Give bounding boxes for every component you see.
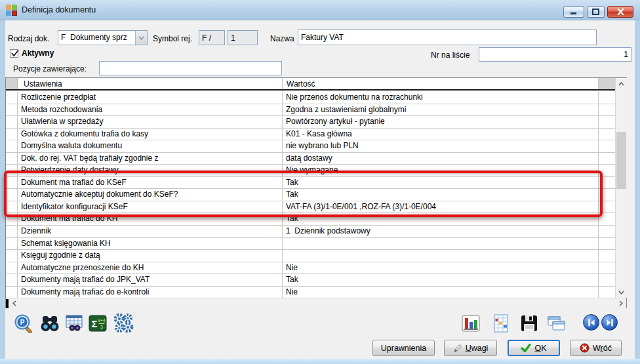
symbol-number-field[interactable]: [228, 30, 258, 45]
table-row[interactable]: Rozliczenie przedpłatNie przenoś dokumen…: [6, 92, 616, 104]
gutter-cell: [599, 140, 616, 152]
row-header-cell: [6, 238, 18, 250]
value-cell: nie wybrano lub PLN: [283, 140, 599, 152]
table-row[interactable]: Księguj zgodnie z datą: [6, 250, 616, 262]
close-button[interactable]: [607, 6, 633, 18]
minimize-icon: [570, 9, 578, 15]
table-row[interactable]: Dokument ma trafiać do KSeFTak: [6, 177, 616, 190]
pozycje-label: Pozycje zawierające:: [13, 64, 87, 73]
first-record-button[interactable]: [583, 314, 599, 331]
scroll-left-icon[interactable]: [9, 298, 20, 308]
setting-cell: Dokument ma trafiać do KH: [18, 213, 283, 225]
gutter-cell: [599, 177, 616, 189]
header-gutter-cell: [599, 78, 616, 89]
row-header-cell: [6, 262, 18, 274]
gutter-cell: [599, 213, 616, 225]
uprawnienia-button[interactable]: Uprawnienia: [372, 340, 435, 356]
value-cell: K01 - Kasa główna: [283, 129, 599, 140]
setting-cell: Automatyczne przenoszenie do KH: [18, 262, 283, 274]
setting-cell: Dokumenty mają trafiać do JPK_VAT: [18, 274, 283, 286]
value-cell: Nie wymagane: [283, 165, 599, 176]
value-cell: 1 Dziennik podstawowy: [283, 226, 599, 237]
value-cell: Tak: [283, 274, 599, 286]
red-cancel-icon: [580, 343, 590, 353]
table-row[interactable]: Ułatwienia w sprzedażyPowtórzony artykuł…: [6, 116, 616, 129]
spreadsheet-export-icon: [492, 313, 510, 333]
table-row[interactable]: Automatyczne przenoszenie do KHNie: [6, 262, 616, 275]
table-search-icon: [64, 313, 84, 333]
value-cell: Zgodna z ustawieniami globalnymi: [283, 104, 599, 116]
gutter-cell: [599, 116, 616, 128]
pozycje-input[interactable]: [99, 61, 282, 75]
table-row[interactable]: Dziennik1 Dziennik podstawowy: [6, 226, 616, 238]
search-button[interactable]: [39, 313, 60, 334]
row-header-cell: [6, 92, 18, 104]
scroll-down-icon[interactable]: [616, 287, 627, 298]
table-row[interactable]: Domyślna waluta dokumentunie wybrano lub…: [6, 140, 616, 153]
table-row[interactable]: Dokumenty mają trafiać do e-kontroliNie: [6, 287, 616, 299]
row-header-cell: [6, 213, 18, 225]
setting-cell: Księguj zgodnie z datą: [18, 250, 283, 262]
table-row[interactable]: Dokumenty mają trafiać do JPK_VATTak: [6, 274, 616, 287]
symbol-prefix-field[interactable]: [199, 30, 225, 45]
value-cell: Nie przenoś dokumentu na rozrachunki: [283, 92, 599, 104]
vertical-scrollbar-thumb[interactable]: [616, 132, 626, 189]
table-row[interactable]: Automatycznie akceptuj dokument do KSeF?…: [6, 189, 616, 201]
export-sheet-button[interactable]: [490, 313, 511, 334]
gutter-cell: [599, 262, 616, 274]
chart-button[interactable]: [460, 313, 481, 334]
value-cell: Nie: [283, 287, 599, 298]
aktywny-checkbox[interactable]: [10, 49, 18, 58]
last-record-button[interactable]: [601, 314, 618, 331]
rodzaj-dok-dropdown[interactable]: F Dokumenty sprz: [58, 30, 148, 45]
save-button[interactable]: [519, 313, 540, 334]
app-icon: [6, 5, 17, 16]
preview-zoom-icon: P: [14, 313, 33, 333]
table-row[interactable]: Potwierdzenie daty dostawyNie wymagane: [6, 165, 616, 177]
status-bar: [0, 359, 640, 364]
title-bar[interactable]: Definicja dokumentu: [0, 0, 640, 20]
value-cell: [283, 250, 599, 262]
minimize-button[interactable]: [563, 6, 584, 18]
row-header-cell: [6, 116, 18, 128]
note-pencil-icon: [453, 344, 462, 353]
wroc-button[interactable]: Wróć: [570, 340, 622, 356]
table-row[interactable]: Metoda rozchodowaniaZgodna z ustawieniam…: [6, 104, 616, 117]
ok-button[interactable]: OK: [508, 340, 560, 356]
uwagi-button[interactable]: Uwagi: [444, 340, 497, 356]
row-header-cell: [6, 274, 18, 286]
scroll-right-icon[interactable]: [616, 298, 626, 308]
rodzaj-dok-value: F Dokumenty sprz: [58, 31, 135, 45]
row-header-cell: [6, 189, 18, 201]
scroll-up-icon[interactable]: [616, 78, 627, 89]
horizontal-scrollbar[interactable]: [6, 298, 626, 308]
value-cell: Tak: [283, 189, 599, 201]
sum-calc-button[interactable]: Σ x+4 3: [87, 313, 108, 334]
header-corner-cell: [6, 78, 18, 89]
row-header-cell: [6, 250, 18, 262]
setting-cell: Dziennik: [18, 226, 283, 237]
copy-button[interactable]: [546, 313, 567, 334]
window-title: Definicja dokumentu: [22, 5, 96, 14]
table-row[interactable]: Dok. do rej. VAT będą trafiały zgodnie z…: [6, 153, 616, 165]
table-row[interactable]: Identyfikator konfiguracji KSeFVAT-FA (3…: [6, 201, 616, 214]
nr-na-liscie-input[interactable]: [479, 47, 631, 62]
table-search-button[interactable]: [64, 313, 85, 334]
nazwa-label: Nazwa: [270, 34, 294, 43]
table-row[interactable]: Dokument ma trafiać do KHTak: [6, 213, 616, 226]
save-icon: [520, 314, 538, 333]
row-header-cell: [6, 153, 18, 165]
maximize-button[interactable]: [587, 6, 605, 18]
setting-cell: Potwierdzenie daty dostawy: [18, 165, 283, 176]
vertical-scrollbar[interactable]: [615, 78, 627, 298]
nazwa-input[interactable]: [298, 30, 597, 45]
table-row[interactable]: Gotówka z dokumentu trafia do kasyK01 - …: [6, 129, 616, 141]
setting-cell: Identyfikator konfiguracji KSeF: [18, 201, 283, 213]
preview-zoom-button[interactable]: P: [13, 313, 34, 334]
row-header-cell: [6, 129, 18, 140]
table-row[interactable]: Schemat księgowania KH: [6, 238, 616, 251]
row-header-cell: [6, 226, 18, 237]
column-splitter[interactable]: [6, 299, 9, 308]
setting-cell: Gotówka z dokumentu trafia do kasy: [18, 129, 283, 140]
settings-button[interactable]: [113, 313, 134, 334]
